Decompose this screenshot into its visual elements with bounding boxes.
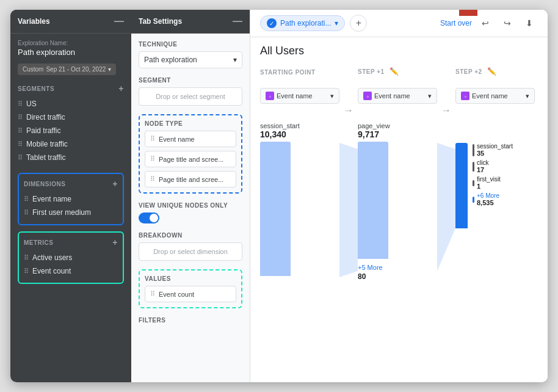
- drag-icon: ⠿: [18, 114, 23, 122]
- step3-label-item: session_start 35: [477, 143, 513, 157]
- toggle-row: [139, 212, 242, 223]
- step3-label-item: click 17: [477, 159, 488, 173]
- undo-button[interactable]: ↩: [477, 15, 494, 32]
- step3-label-item: first_visit 1: [477, 176, 501, 190]
- step1-label: STEP +1: [358, 68, 385, 75]
- label-tick: [473, 197, 474, 203]
- value-event-count-label: Event count: [159, 291, 194, 298]
- tab-settings-header: Tab Settings —: [131, 10, 250, 34]
- download-button[interactable]: ⬇: [521, 15, 538, 32]
- chevron-down-icon: ▾: [330, 92, 334, 100]
- starting-point-selector[interactable]: ⬦ Event name ▾: [260, 88, 339, 104]
- segment-drop-area[interactable]: Drop or select segment: [139, 87, 242, 106]
- segment-us-label: US: [26, 100, 37, 108]
- chevron-down-icon: ▾: [335, 19, 338, 27]
- list-item[interactable]: ⠿ Event count: [24, 264, 118, 278]
- tab-settings-title: Tab Settings: [139, 17, 182, 26]
- exploration-tab[interactable]: ✓ Path explorati... ▾: [260, 15, 345, 31]
- segment-placeholder: Drop or select segment: [156, 93, 225, 100]
- list-item[interactable]: ⠿ Event name: [24, 192, 118, 206]
- node-type-2-label: Page title and scree...: [159, 176, 223, 183]
- start-over-button[interactable]: Start over: [440, 19, 472, 27]
- step1-selector-label: Event name: [374, 92, 410, 100]
- redo-button[interactable]: ↪: [499, 15, 516, 32]
- selector-icon: ⬦: [461, 92, 469, 100]
- label-tick: [473, 162, 474, 172]
- metrics-box: METRICS + ⠿ Active users ⠿ Event count: [18, 231, 124, 284]
- all-users-title: All Users: [260, 45, 538, 57]
- step3-value-1: 17: [477, 166, 488, 173]
- drag-icon: ⠿: [18, 140, 23, 148]
- step1-edit-icon[interactable]: ✏️: [390, 67, 399, 76]
- technique-select[interactable]: Path exploration ▾: [139, 51, 242, 68]
- arrow-connector-1: →: [339, 81, 358, 116]
- segment-list: ⠿ US ⠿ Direct traffic ⠿ Paid traffic ⠿ M…: [18, 97, 124, 164]
- step2-selector-label: Event name: [472, 92, 508, 100]
- drag-icon: ⠿: [24, 209, 29, 217]
- arrow-connector-2: →: [437, 81, 455, 116]
- add-metric-icon[interactable]: +: [112, 238, 118, 247]
- dimensions-label: DIMENSIONS: [24, 181, 65, 187]
- segments-label: SEGMENTS: [18, 85, 54, 92]
- chevron-down-icon: ▾: [233, 56, 237, 64]
- step2-column: [455, 122, 468, 281]
- step2-bar: [455, 143, 468, 228]
- list-item[interactable]: ⠿ First user medium: [24, 206, 118, 219]
- node-type-label: NODE TYPE: [145, 120, 236, 127]
- metric-active-users-label: Active users: [32, 253, 72, 262]
- step1-bar: [358, 142, 388, 259]
- node-type-0-label: Event name: [159, 136, 195, 143]
- step3-more-link[interactable]: +6 More: [477, 192, 499, 199]
- breakdown-drop-area[interactable]: Drop or select dimension: [139, 242, 242, 261]
- variables-header: Variables —: [10, 10, 131, 34]
- variables-panel: Variables — Exploration Name: Path explo…: [10, 10, 131, 382]
- variables-content: Exploration Name: Path exploration Custo…: [10, 34, 131, 382]
- node-type-box: NODE TYPE ⠿ Event name ⠿ Page title and …: [139, 114, 242, 194]
- starting-point-label: STARTING POINT: [260, 69, 316, 76]
- node-type-item[interactable]: ⠿ Page title and scree...: [145, 151, 236, 167]
- chevron-down-icon: ▾: [526, 92, 529, 100]
- step1-column: page_view 9,717 +5 More 80: [358, 122, 437, 281]
- list-item[interactable]: ⠿ Tablet traffic: [18, 151, 124, 164]
- technique-value: Path exploration: [144, 56, 197, 64]
- date-label: Custom: [23, 66, 43, 73]
- tab-label: Path explorati...: [280, 19, 331, 27]
- date-badge[interactable]: Custom Sep 21 - Oct 20, 2022 ▾: [18, 64, 116, 75]
- segment-paid-label: Paid traffic: [26, 126, 60, 135]
- list-item[interactable]: ⠿ Active users: [24, 251, 118, 264]
- view-unique-toggle[interactable]: [139, 212, 159, 223]
- segment-direct-label: Direct traffic: [26, 113, 65, 122]
- step3-name-0: session_start: [477, 143, 513, 150]
- drag-icon: ⠿: [24, 254, 29, 262]
- node-type-item[interactable]: ⠿ Page title and scree...: [145, 171, 236, 187]
- tab-settings-minimize-icon[interactable]: —: [233, 16, 242, 27]
- add-segment-icon[interactable]: +: [118, 84, 124, 93]
- breakdown-section: BREAKDOWN Drop or select dimension: [139, 232, 242, 261]
- step1-more-link[interactable]: +5 More: [358, 264, 383, 271]
- step2-selector[interactable]: ⬦ Event name ▾: [455, 88, 535, 104]
- step0-node-label: session_start: [260, 122, 300, 129]
- add-tab-button[interactable]: +: [350, 15, 367, 32]
- values-item[interactable]: ⠿ Event count: [145, 286, 236, 302]
- step2-edit-icon[interactable]: ✏️: [487, 67, 496, 76]
- node-type-item[interactable]: ⠿ Event name: [145, 131, 236, 147]
- step2-labels: session_start 35 click 17: [473, 143, 513, 209]
- tab-check-icon: ✓: [267, 18, 277, 28]
- list-item[interactable]: ⠿ US: [18, 97, 124, 111]
- drag-icon: ⠿: [18, 154, 23, 162]
- list-item[interactable]: ⠿ Paid traffic: [18, 124, 124, 137]
- segment-mobile-label: Mobile traffic: [26, 140, 68, 148]
- svg-marker-2: [437, 143, 455, 271]
- step1-selector[interactable]: ⬦ Event name ▾: [358, 88, 437, 104]
- add-dimension-icon[interactable]: +: [112, 179, 118, 189]
- selector-icon: ⬦: [266, 92, 274, 100]
- list-item[interactable]: ⠿ Mobile traffic: [18, 137, 124, 151]
- exploration-name-label: Exploration Name:: [18, 40, 124, 46]
- step1-more-value: 80: [358, 272, 366, 281]
- step0-bar: [260, 142, 291, 276]
- list-item[interactable]: ⠿ Direct traffic: [18, 111, 124, 124]
- starting-selector-label: Event name: [277, 92, 313, 100]
- metric-event-count-label: Event count: [32, 267, 71, 275]
- step0-node-value: 10,340: [260, 129, 286, 139]
- variables-minimize-icon[interactable]: —: [114, 16, 124, 27]
